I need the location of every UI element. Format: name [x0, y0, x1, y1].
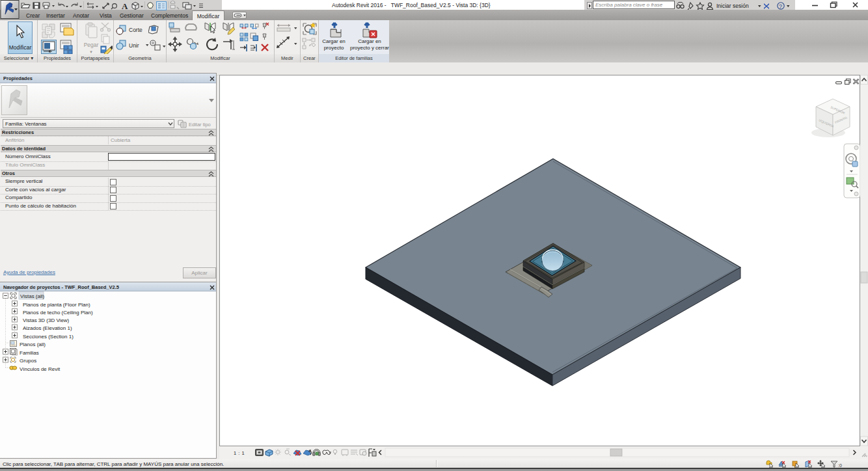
svg-text:Vistas (all): Vistas (all): [20, 293, 45, 299]
svg-text:Alzados (Elevation 1): Alzados (Elevation 1): [23, 325, 72, 331]
svg-text:Planos de techo (Ceiling Plan): Planos de techo (Ceiling Plan): [23, 310, 93, 316]
svg-text:Vínculos de Revit: Vínculos de Revit: [20, 366, 61, 372]
svg-text:A: A: [122, 1, 128, 11]
svg-text:Unir: Unir: [129, 42, 139, 49]
svg-text:Grupos: Grupos: [20, 358, 36, 364]
svg-text:Familias: Familias: [20, 350, 39, 356]
svg-text:1 : 1: 1 : 1: [234, 450, 245, 456]
svg-text:Iniciar sesión: Iniciar sesión: [716, 3, 749, 9]
svg-text::0: :0: [838, 463, 842, 468]
svg-text:Secciones (Section 1): Secciones (Section 1): [23, 334, 74, 340]
svg-text:Vistas 3D (3D View): Vistas 3D (3D View): [23, 317, 70, 323]
svg-text:?: ?: [779, 3, 782, 10]
svg-text:Corte: Corte: [129, 27, 142, 33]
svg-text:Planos (all): Planos (all): [20, 342, 46, 347]
svg-text:Planos de planta (Floor Plan): Planos de planta (Floor Plan): [23, 302, 90, 308]
